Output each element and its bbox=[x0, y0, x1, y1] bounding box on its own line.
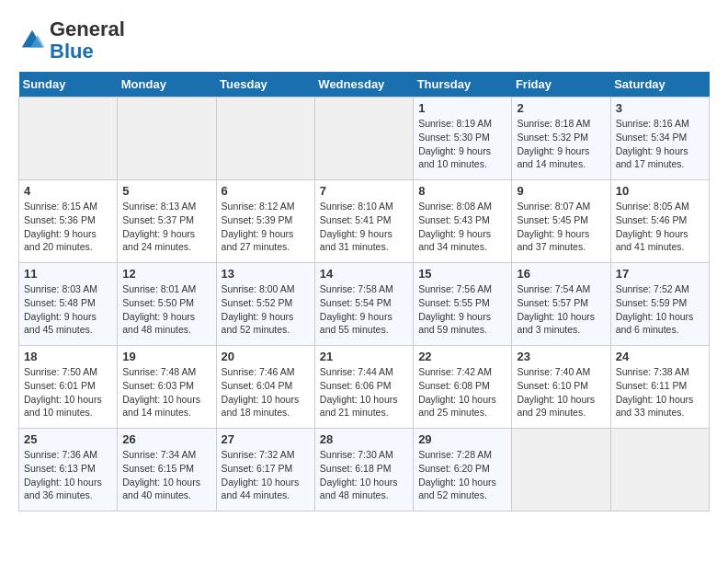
calendar-cell: 16Sunrise: 7:54 AM Sunset: 5:57 PM Dayli… bbox=[512, 263, 610, 346]
calendar-cell: 18Sunrise: 7:50 AM Sunset: 6:01 PM Dayli… bbox=[19, 346, 118, 429]
calendar-header-row: SundayMondayTuesdayWednesdayThursdayFrid… bbox=[19, 72, 710, 98]
day-info: Sunrise: 7:36 AM Sunset: 6:13 PM Dayligh… bbox=[24, 448, 112, 502]
calendar-cell bbox=[118, 98, 216, 180]
day-info: Sunrise: 8:19 AM Sunset: 5:30 PM Dayligh… bbox=[418, 117, 506, 171]
logo: General Blue bbox=[18, 18, 125, 63]
calendar-table: SundayMondayTuesdayWednesdayThursdayFrid… bbox=[18, 72, 710, 511]
calendar-cell: 23Sunrise: 7:40 AM Sunset: 6:10 PM Dayli… bbox=[512, 346, 610, 429]
calendar-week-row: 1Sunrise: 8:19 AM Sunset: 5:30 PM Daylig… bbox=[19, 98, 710, 180]
weekday-header: Tuesday bbox=[216, 72, 314, 98]
calendar-cell: 12Sunrise: 8:01 AM Sunset: 5:50 PM Dayli… bbox=[118, 263, 216, 346]
day-info: Sunrise: 8:13 AM Sunset: 5:37 PM Dayligh… bbox=[122, 200, 210, 254]
calendar-cell: 13Sunrise: 8:00 AM Sunset: 5:52 PM Dayli… bbox=[216, 263, 314, 346]
day-info: Sunrise: 8:12 AM Sunset: 5:39 PM Dayligh… bbox=[222, 200, 310, 254]
day-number: 9 bbox=[517, 184, 605, 198]
calendar-cell bbox=[19, 98, 118, 180]
day-info: Sunrise: 8:16 AM Sunset: 5:34 PM Dayligh… bbox=[616, 117, 704, 171]
calendar-cell: 10Sunrise: 8:05 AM Sunset: 5:46 PM Dayli… bbox=[610, 180, 709, 263]
page-header: General Blue bbox=[18, 18, 710, 63]
calendar-cell: 28Sunrise: 7:30 AM Sunset: 6:18 PM Dayli… bbox=[314, 429, 413, 511]
calendar-cell: 21Sunrise: 7:44 AM Sunset: 6:06 PM Dayli… bbox=[314, 346, 413, 429]
day-number: 24 bbox=[616, 350, 704, 363]
day-info: Sunrise: 7:38 AM Sunset: 6:11 PM Dayligh… bbox=[616, 365, 704, 419]
day-number: 27 bbox=[222, 432, 310, 446]
day-number: 19 bbox=[122, 350, 210, 363]
logo-text: General Blue bbox=[50, 18, 125, 63]
calendar-cell: 9Sunrise: 8:07 AM Sunset: 5:45 PM Daylig… bbox=[512, 180, 610, 263]
calendar-cell: 20Sunrise: 7:46 AM Sunset: 6:04 PM Dayli… bbox=[216, 346, 314, 429]
day-info: Sunrise: 7:48 AM Sunset: 6:03 PM Dayligh… bbox=[122, 365, 210, 419]
day-info: Sunrise: 8:03 AM Sunset: 5:48 PM Dayligh… bbox=[24, 282, 112, 337]
day-number: 25 bbox=[24, 432, 112, 446]
weekday-header: Thursday bbox=[414, 72, 512, 98]
day-info: Sunrise: 8:07 AM Sunset: 5:45 PM Dayligh… bbox=[517, 200, 605, 254]
weekday-header: Friday bbox=[512, 72, 610, 98]
calendar-week-row: 4Sunrise: 8:15 AM Sunset: 5:36 PM Daylig… bbox=[19, 180, 710, 263]
calendar-week-row: 25Sunrise: 7:36 AM Sunset: 6:13 PM Dayli… bbox=[19, 429, 710, 511]
calendar-cell: 8Sunrise: 8:08 AM Sunset: 5:43 PM Daylig… bbox=[414, 180, 512, 263]
day-number: 18 bbox=[24, 350, 112, 363]
day-info: Sunrise: 7:58 AM Sunset: 5:54 PM Dayligh… bbox=[320, 282, 408, 337]
day-info: Sunrise: 7:30 AM Sunset: 6:18 PM Dayligh… bbox=[320, 448, 408, 502]
weekday-header: Sunday bbox=[19, 72, 118, 98]
day-number: 13 bbox=[222, 267, 310, 281]
day-number: 2 bbox=[517, 101, 605, 115]
calendar-cell: 3Sunrise: 8:16 AM Sunset: 5:34 PM Daylig… bbox=[610, 98, 709, 180]
calendar-week-row: 18Sunrise: 7:50 AM Sunset: 6:01 PM Dayli… bbox=[19, 346, 710, 429]
day-number: 11 bbox=[24, 267, 112, 281]
calendar-cell: 4Sunrise: 8:15 AM Sunset: 5:36 PM Daylig… bbox=[19, 180, 118, 263]
day-info: Sunrise: 7:50 AM Sunset: 6:01 PM Dayligh… bbox=[24, 365, 112, 419]
day-info: Sunrise: 8:15 AM Sunset: 5:36 PM Dayligh… bbox=[24, 200, 112, 254]
calendar-cell: 27Sunrise: 7:32 AM Sunset: 6:17 PM Dayli… bbox=[216, 429, 314, 511]
calendar-cell: 14Sunrise: 7:58 AM Sunset: 5:54 PM Dayli… bbox=[314, 263, 413, 346]
calendar-cell bbox=[314, 98, 413, 180]
calendar-cell: 19Sunrise: 7:48 AM Sunset: 6:03 PM Dayli… bbox=[118, 346, 216, 429]
calendar-cell bbox=[610, 429, 709, 511]
calendar-cell: 25Sunrise: 7:36 AM Sunset: 6:13 PM Dayli… bbox=[19, 429, 118, 511]
calendar-cell: 24Sunrise: 7:38 AM Sunset: 6:11 PM Dayli… bbox=[610, 346, 709, 429]
day-info: Sunrise: 7:32 AM Sunset: 6:17 PM Dayligh… bbox=[222, 448, 310, 502]
weekday-header: Saturday bbox=[610, 72, 709, 98]
calendar-cell: 6Sunrise: 8:12 AM Sunset: 5:39 PM Daylig… bbox=[216, 180, 314, 263]
day-info: Sunrise: 7:40 AM Sunset: 6:10 PM Dayligh… bbox=[517, 365, 605, 419]
day-number: 23 bbox=[517, 350, 605, 363]
calendar-cell bbox=[512, 429, 610, 511]
day-info: Sunrise: 8:00 AM Sunset: 5:52 PM Dayligh… bbox=[222, 282, 310, 337]
day-number: 29 bbox=[418, 432, 506, 446]
day-number: 20 bbox=[222, 350, 310, 363]
weekday-header: Wednesday bbox=[314, 72, 413, 98]
day-info: Sunrise: 7:56 AM Sunset: 5:55 PM Dayligh… bbox=[418, 282, 506, 337]
day-info: Sunrise: 7:28 AM Sunset: 6:20 PM Dayligh… bbox=[418, 448, 506, 502]
day-info: Sunrise: 7:44 AM Sunset: 6:06 PM Dayligh… bbox=[320, 365, 408, 419]
calendar-cell: 22Sunrise: 7:42 AM Sunset: 6:08 PM Dayli… bbox=[414, 346, 512, 429]
day-number: 17 bbox=[616, 267, 704, 281]
day-info: Sunrise: 8:01 AM Sunset: 5:50 PM Dayligh… bbox=[122, 282, 210, 337]
day-info: Sunrise: 7:54 AM Sunset: 5:57 PM Dayligh… bbox=[517, 282, 605, 337]
day-number: 10 bbox=[616, 184, 704, 198]
day-info: Sunrise: 8:05 AM Sunset: 5:46 PM Dayligh… bbox=[616, 200, 704, 254]
day-number: 6 bbox=[222, 184, 310, 198]
day-info: Sunrise: 7:46 AM Sunset: 6:04 PM Dayligh… bbox=[222, 365, 310, 419]
day-info: Sunrise: 7:34 AM Sunset: 6:15 PM Dayligh… bbox=[122, 448, 210, 502]
calendar-cell: 17Sunrise: 7:52 AM Sunset: 5:59 PM Dayli… bbox=[610, 263, 709, 346]
day-info: Sunrise: 8:08 AM Sunset: 5:43 PM Dayligh… bbox=[418, 200, 506, 254]
calendar-cell: 15Sunrise: 7:56 AM Sunset: 5:55 PM Dayli… bbox=[414, 263, 512, 346]
calendar-week-row: 11Sunrise: 8:03 AM Sunset: 5:48 PM Dayli… bbox=[19, 263, 710, 346]
calendar-cell: 11Sunrise: 8:03 AM Sunset: 5:48 PM Dayli… bbox=[19, 263, 118, 346]
calendar-cell: 1Sunrise: 8:19 AM Sunset: 5:30 PM Daylig… bbox=[414, 98, 512, 180]
day-number: 8 bbox=[418, 184, 506, 198]
day-number: 3 bbox=[616, 101, 704, 115]
day-info: Sunrise: 8:18 AM Sunset: 5:32 PM Dayligh… bbox=[517, 117, 605, 171]
day-number: 7 bbox=[320, 184, 408, 198]
calendar-cell: 2Sunrise: 8:18 AM Sunset: 5:32 PM Daylig… bbox=[512, 98, 610, 180]
day-info: Sunrise: 7:42 AM Sunset: 6:08 PM Dayligh… bbox=[418, 365, 506, 419]
day-number: 15 bbox=[418, 267, 506, 281]
day-number: 14 bbox=[320, 267, 408, 281]
calendar-cell: 7Sunrise: 8:10 AM Sunset: 5:41 PM Daylig… bbox=[314, 180, 413, 263]
day-info: Sunrise: 7:52 AM Sunset: 5:59 PM Dayligh… bbox=[616, 282, 704, 337]
day-number: 22 bbox=[418, 350, 506, 363]
calendar-cell: 29Sunrise: 7:28 AM Sunset: 6:20 PM Dayli… bbox=[414, 429, 512, 511]
day-number: 1 bbox=[418, 101, 506, 115]
day-number: 4 bbox=[24, 184, 112, 198]
day-number: 16 bbox=[517, 267, 605, 281]
